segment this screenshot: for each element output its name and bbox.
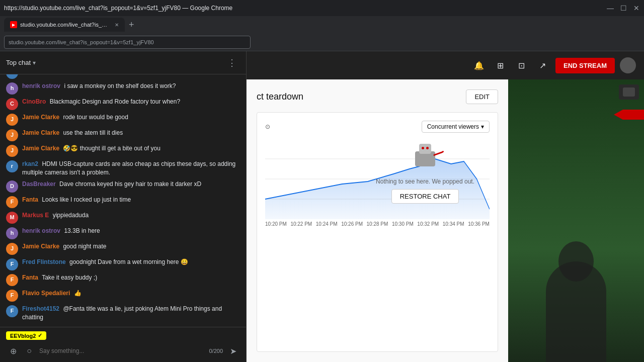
chat-input-area: EEVblog2 ✓ ⊕ ○ 0/200 ➤: [0, 327, 246, 362]
chat-title-chevron[interactable]: ▾: [33, 59, 36, 66]
message-author: Jamie Clarke: [22, 114, 59, 121]
message-avatar: F: [6, 196, 18, 208]
message-text: Dave chroma keyed his gey hair to make i…: [59, 180, 201, 188]
restore-chat-button[interactable]: RESTORE CHAT: [391, 189, 459, 204]
message-content: rkan2 Green screen makes it darker defin…: [22, 74, 240, 75]
message-text: HDMI USB-capture cards are also cheap as…: [22, 160, 235, 176]
chat-message-row: J Jamie Clarke 🤣😎 thought ill get a bite…: [0, 143, 246, 158]
message-avatar: J: [6, 114, 18, 126]
chat-message-row: J Jamie Clarke use the atem till it dies: [0, 127, 246, 143]
chart-x-labels: 10:20 PM10:22 PM10:24 PM10:26 PM10:28 PM…: [265, 221, 490, 227]
studio-content: ct teardown EDIT ⊙ Concurrent viewers ▾: [247, 79, 644, 362]
end-stream-button[interactable]: END STREAM: [555, 58, 615, 73]
main-layout: Top chat ▾ ⋮ P Programmereren Louder F F…: [0, 51, 644, 362]
message-avatar: r: [6, 160, 18, 172]
message-author: DasBreaker: [22, 180, 56, 188]
apps-icon[interactable]: ⊞: [492, 57, 508, 73]
message-text: 13.3B in here: [64, 227, 100, 234]
message-content: Jamie Clarke rode tour would be good: [22, 113, 240, 122]
browser-tab-bar: ▶ studio.youtube.com/live_chat?is_popout…: [0, 16, 644, 33]
message-content: henrik ostrov 13.3B in here: [22, 227, 240, 235]
notification-icon[interactable]: 🔔: [471, 57, 487, 73]
message-text: Take it easy buddy ;): [42, 274, 97, 281]
address-input[interactable]: studio.youtube.com/live_chat?is_popout=1…: [4, 36, 251, 49]
robot-illustration: [405, 144, 445, 174]
chat-message-row: r rkan2 Green screen makes it darker def…: [0, 74, 246, 80]
send-message-button[interactable]: ➤: [226, 344, 240, 358]
tab-label: studio.youtube.com/live_chat?is_popout=1…: [20, 22, 110, 28]
chart-body: Nothing to see here. We popped out. REST…: [265, 139, 490, 219]
close-button[interactable]: ✕: [633, 5, 640, 12]
message-author: Jamie Clarke: [22, 145, 59, 152]
chart-dropdown[interactable]: Concurrent viewers ▾: [422, 121, 490, 133]
chat-menu-button[interactable]: ⋮: [224, 55, 240, 71]
edit-button[interactable]: EDIT: [466, 89, 498, 104]
message-text: use the atem till it dies: [63, 129, 123, 136]
chat-messages-container: P Programmereren Louder F Fred Flintston…: [0, 74, 246, 327]
studio-panel: 🔔 ⊞ ⊡ ↗ END STREAM ct teardown EDIT ⊙: [247, 51, 644, 362]
chat-panel: Top chat ▾ ⋮ P Programmereren Louder F F…: [0, 51, 247, 362]
chat-message-input[interactable]: [39, 344, 206, 358]
message-text: Looks like I rocked up just in time: [42, 196, 131, 203]
message-avatar: J: [6, 243, 18, 255]
message-content: Jamie Clarke use the atem till it dies: [22, 129, 240, 137]
chart-x-label: 10:22 PM: [290, 221, 312, 227]
bookmark-icon[interactable]: ⊡: [513, 57, 529, 73]
message-avatar: D: [6, 180, 18, 193]
chat-input-row: ⊕ ○ 0/200 ➤: [6, 344, 240, 358]
message-content: Markus E yippiedaduda: [22, 211, 240, 220]
chat-header-title: Top chat ▾: [6, 59, 224, 66]
stream-preview: [508, 79, 644, 362]
chat-message-row: F Fred Flintstone goodnight Dave from a …: [0, 256, 246, 272]
channel-name: EEVblog2: [10, 333, 36, 339]
message-avatar: C: [6, 98, 18, 110]
chat-message-row: h henrik ostrov i saw a monkey on the sh…: [0, 80, 246, 96]
char-count: 0/200: [209, 348, 223, 354]
message-avatar: J: [6, 145, 18, 157]
chat-input-icons: ⊕ ○: [6, 344, 36, 358]
message-author: Fanta: [22, 196, 38, 203]
restore-button[interactable]: ☐: [620, 5, 627, 12]
share-icon[interactable]: ↗: [534, 57, 550, 73]
chart-x-label: 10:28 PM: [367, 221, 388, 227]
message-author: henrik ostrov: [22, 227, 60, 234]
message-content: Fanta Looks like I rocked up just in tim…: [22, 196, 240, 204]
no-data-text: Nothing to see here. We popped out.: [376, 178, 474, 185]
chat-message-row: h henrik ostrov 13.3B in here: [0, 225, 246, 241]
tab-favicon: ▶: [10, 21, 17, 28]
chat-message-row: F Flavio Spedalieri 👍: [0, 288, 246, 303]
chat-message-row: J Jamie Clarke good night mate: [0, 241, 246, 256]
user-avatar[interactable]: [620, 57, 636, 73]
message-author: Jamie Clarke: [22, 243, 59, 250]
add-chat-icon-button[interactable]: ⊕: [6, 344, 20, 358]
chat-message-row: D DasBreaker Dave chroma keyed his gey h…: [0, 178, 246, 194]
chat-message-row: C CinoBro Blackmagic Design and Rode fac…: [0, 96, 246, 112]
browser-controls: — ☐ ✕: [607, 5, 640, 12]
message-text: Blackmagic Design and Rode factory tour …: [50, 98, 180, 105]
chart-x-label: 10:30 PM: [392, 221, 414, 227]
browser-tab[interactable]: ▶ studio.youtube.com/live_chat?is_popout…: [4, 18, 125, 32]
new-tab-button[interactable]: +: [129, 20, 134, 30]
browser-title-bar: https://studio.youtube.com/live_chat?is_…: [0, 0, 644, 16]
message-content: CinoBro Blackmagic Design and Rode facto…: [22, 98, 240, 106]
studio-main: ct teardown EDIT ⊙ Concurrent viewers ▾: [247, 79, 508, 362]
message-avatar: F: [6, 290, 18, 302]
message-author: Fred Flintstone: [22, 258, 66, 265]
tab-close-button[interactable]: ✕: [115, 22, 119, 28]
chart-x-label: 10:36 PM: [468, 221, 490, 227]
stream-title-row: ct teardown EDIT: [257, 89, 498, 104]
message-content: Jamie Clarke good night mate: [22, 242, 240, 251]
message-author: rkan2: [22, 160, 38, 167]
stream-thumbnail: [508, 79, 644, 362]
chart-dropdown-chevron: ▾: [481, 123, 484, 130]
minimize-button[interactable]: —: [607, 5, 614, 12]
message-avatar: F: [6, 258, 18, 270]
message-author: Fireshot4152: [22, 305, 59, 312]
browser-title-text: https://studio.youtube.com/live_chat?is_…: [4, 5, 603, 12]
message-avatar: J: [6, 129, 18, 141]
emoji-icon-button[interactable]: ○: [22, 344, 36, 358]
message-content: Fireshot4152 @Fanta title was a lie, jus…: [22, 305, 240, 322]
chart-x-label: 10:32 PM: [417, 221, 439, 227]
chat-header: Top chat ▾ ⋮: [0, 51, 246, 74]
chart-x-label: 10:24 PM: [316, 221, 338, 227]
